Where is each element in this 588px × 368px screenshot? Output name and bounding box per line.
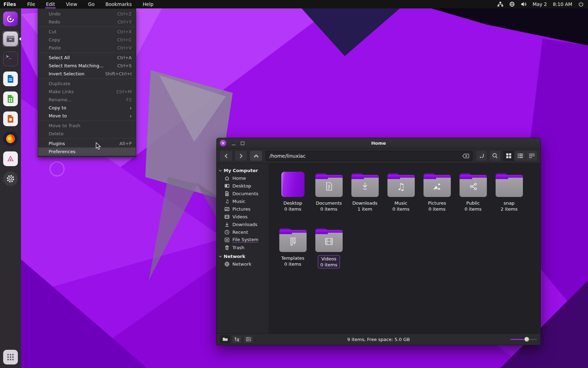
sidebar-item-file-system[interactable]: File System: [217, 236, 269, 244]
menu-item-move-to-trash[interactable]: Move to Trash: [38, 122, 136, 130]
dock-item-firefox[interactable]: [2, 131, 19, 147]
file-item-templates[interactable]: Templates0 items: [275, 224, 311, 268]
file-item-snap[interactable]: snap2 items: [491, 169, 527, 212]
file-grid[interactable]: Desktop0 items Documents0 items Download…: [269, 163, 540, 333]
dock-item-terminal[interactable]: >_: [2, 51, 19, 67]
dock-item-software[interactable]: [2, 151, 19, 167]
file-item-music[interactable]: ♫ Music0 items: [383, 169, 419, 212]
sidebar-item-documents[interactable]: Documents: [217, 190, 269, 197]
dock: >_: [0, 8, 21, 368]
menu-item-undo[interactable]: UndoCtrl+Z: [38, 10, 136, 18]
network-icon[interactable]: [497, 1, 503, 7]
menu-item-cut[interactable]: CutCtrl+X: [38, 28, 136, 36]
location-bar[interactable]: /home/linuxiac: [266, 151, 472, 161]
sidebar-item-downloads[interactable]: Downloads: [217, 220, 269, 228]
window-title: Home: [217, 141, 540, 146]
menu-item-make-links[interactable]: Make LinksCtrl+M: [38, 88, 136, 96]
slider-handle[interactable]: [524, 337, 529, 342]
back-button[interactable]: [219, 150, 232, 161]
maximize-button[interactable]: [241, 142, 244, 145]
menu-item-select-all[interactable]: Select AllCtrl+A: [38, 54, 136, 62]
music-emblem-icon: ♫: [397, 182, 405, 191]
file-item-desktop[interactable]: Desktop0 items: [275, 169, 311, 212]
menu-item-redo[interactable]: RedoCtrl+Y: [38, 18, 136, 26]
compact-view-button[interactable]: [526, 150, 538, 161]
status-text: 9 items, Free space: 5.0 GB: [217, 337, 540, 342]
file-item-pictures[interactable]: Pictures0 items: [419, 169, 455, 212]
power-icon[interactable]: [578, 1, 584, 7]
sidebar-item-videos[interactable]: Videos: [217, 213, 269, 220]
menubar-file[interactable]: File: [27, 0, 36, 8]
global-menubar: File Edit View Go Bookmarks Help: [27, 0, 154, 8]
menu-separator: [38, 79, 135, 79]
dock-item-writer[interactable]: [2, 71, 19, 87]
menu-item-select-items-matching[interactable]: Select Items Matching...Ctrl+S: [38, 62, 136, 70]
clock-date[interactable]: May 2: [533, 1, 547, 7]
sidebar-item-pictures[interactable]: Pictures: [217, 205, 269, 213]
sidebar-item-desktop[interactable]: Desktop: [217, 182, 269, 190]
sidebar-section-my-computer[interactable]: My Computer: [217, 167, 269, 174]
sidebar-item-trash[interactable]: Trash: [217, 244, 269, 251]
clock-time[interactable]: 8:10 AM: [553, 1, 573, 7]
sidebar-item-recent[interactable]: Recent: [217, 228, 269, 236]
menu-item-copy[interactable]: CopyCtrl+C: [38, 36, 136, 44]
menu-separator: [38, 53, 135, 53]
menu-item-plugins[interactable]: PluginsAlt+P: [38, 139, 136, 148]
focused-app-name: Files: [4, 1, 16, 7]
close-button[interactable]: ✕: [220, 140, 226, 146]
menu-item-preferences[interactable]: Preferences: [38, 148, 136, 156]
dock-item-calc[interactable]: [2, 91, 19, 107]
search-button[interactable]: [489, 150, 501, 161]
menu-item-copy-to[interactable]: Copy to›: [38, 104, 136, 112]
menubar-go[interactable]: Go: [87, 0, 95, 8]
up-button[interactable]: [250, 150, 262, 161]
menu-item-move-to[interactable]: Move to›: [38, 112, 136, 120]
file-item-documents[interactable]: Documents0 items: [311, 169, 347, 212]
menubar-help[interactable]: Help: [142, 0, 154, 8]
volume-icon[interactable]: [521, 1, 527, 7]
sidebar-section-network[interactable]: Network: [217, 253, 269, 260]
selected-file-label: Videos0 items: [318, 255, 340, 268]
folder-icon: [460, 176, 487, 197]
zoom-slider[interactable]: [510, 336, 537, 342]
chevron-down-icon: [219, 255, 222, 258]
menu-item-delete[interactable]: Delete: [38, 130, 136, 138]
forward-button[interactable]: [234, 150, 247, 161]
sidebar-item-home[interactable]: Home: [217, 174, 269, 182]
menu-item-duplicate[interactable]: Duplicate: [38, 80, 136, 88]
menubar-edit[interactable]: Edit: [45, 0, 56, 8]
sidebar-item-music[interactable]: ♫ Music: [217, 197, 269, 205]
dock-item-files[interactable]: [2, 31, 19, 47]
launcher-icon: [3, 12, 18, 26]
file-item-videos[interactable]: Videos0 items: [311, 224, 347, 268]
icon-view-button[interactable]: [503, 150, 514, 161]
submenu-arrow-icon: ›: [130, 113, 132, 119]
menubar-view[interactable]: View: [65, 0, 78, 8]
file-item-public[interactable]: Public0 items: [455, 169, 491, 212]
menu-item-paste[interactable]: PasteCtrl+V: [38, 44, 136, 52]
show-treeview-button[interactable]: [232, 335, 242, 343]
clear-path-icon[interactable]: [462, 153, 469, 160]
dock-item-settings[interactable]: [2, 171, 19, 187]
sidebar-item-network[interactable]: Network: [217, 260, 269, 268]
dock-item-launcher[interactable]: [2, 11, 19, 27]
menubar-bookmarks[interactable]: Bookmarks: [105, 0, 132, 8]
file-item-downloads[interactable]: Downloads1 item: [347, 169, 383, 212]
templates-emblem-icon: [288, 237, 298, 246]
menu-item-rename[interactable]: Rename...F2: [38, 96, 136, 104]
network-globe-icon: [224, 261, 230, 267]
list-view-button[interactable]: [514, 150, 526, 161]
download-icon: [224, 222, 230, 227]
minimize-button[interactable]: [232, 141, 236, 145]
toggle-sidebar-button[interactable]: [243, 335, 253, 343]
dock-item-show-apps[interactable]: [2, 349, 19, 365]
folder-icon: ♫: [387, 176, 415, 197]
window-titlebar[interactable]: ✕ Home: [217, 138, 540, 149]
globe-icon[interactable]: [509, 1, 515, 7]
menu-item-invert-selection[interactable]: Invert SelectionShift+Ctrl+I: [38, 70, 136, 78]
toggle-location-entry-button[interactable]: [476, 150, 487, 161]
folder-icon: [424, 176, 451, 197]
dock-item-impress[interactable]: [2, 111, 19, 127]
terminal-icon: >_: [3, 52, 18, 66]
show-places-button[interactable]: [220, 335, 230, 343]
